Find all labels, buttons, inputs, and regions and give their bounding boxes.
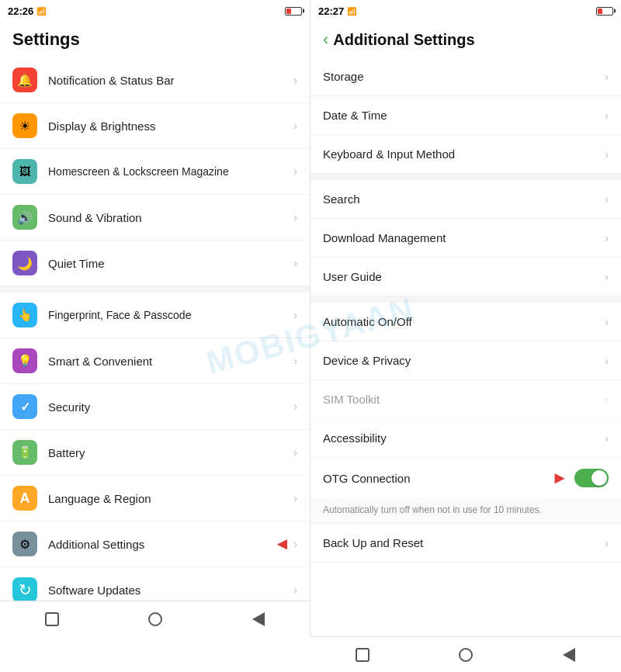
left-status-bar: 22:26 📶 bbox=[0, 0, 310, 22]
left-settings-list: 🔔 Notification & Status Bar › ☀ Display … bbox=[0, 57, 310, 601]
sound-icon: 🔊 bbox=[12, 205, 37, 230]
app-wrapper: 22:26 📶 Settings 🔔 N bbox=[0, 0, 621, 672]
left-nav-circle[interactable] bbox=[146, 610, 165, 629]
homescreen-icon: 🖼 bbox=[12, 159, 37, 184]
left-nav-bar bbox=[0, 601, 310, 636]
settings-item-otg[interactable]: OTG Connection ► bbox=[310, 458, 621, 498]
language-icon: A bbox=[12, 486, 37, 511]
red-arrow-left: ◄ bbox=[274, 534, 291, 554]
right-header-title: Additional Settings bbox=[333, 31, 474, 49]
homescreen-label: Homescreen & Lockscreen Magazine bbox=[48, 165, 293, 178]
accessibility-chevron: › bbox=[605, 432, 609, 445]
left-signal-icon: 📶 bbox=[36, 7, 46, 16]
settings-item-notification[interactable]: 🔔 Notification & Status Bar › bbox=[0, 57, 310, 103]
right-nav-triangle-shape bbox=[563, 648, 575, 662]
settings-item-security[interactable]: ✓ Security › bbox=[0, 384, 310, 430]
right-nav-circle-shape bbox=[459, 648, 473, 662]
settings-item-keyboard[interactable]: Keyboard & Input Method › bbox=[310, 135, 621, 174]
left-nav-triangle[interactable] bbox=[249, 610, 268, 629]
left-header-title: Settings bbox=[12, 29, 80, 49]
keyboard-label: Keyboard & Input Method bbox=[323, 147, 605, 161]
keyboard-chevron: › bbox=[605, 148, 609, 161]
software-label: Software Updates bbox=[48, 584, 293, 597]
settings-item-quiettime[interactable]: 🌙 Quiet Time › bbox=[0, 241, 310, 286]
right-nav-circle[interactable] bbox=[456, 646, 475, 664]
sound-label: Sound & Vibration bbox=[48, 211, 293, 224]
language-chevron: › bbox=[293, 492, 297, 504]
backup-chevron: › bbox=[605, 537, 609, 549]
deviceprivacy-chevron: › bbox=[605, 355, 609, 367]
back-chevron-icon[interactable]: ‹ bbox=[323, 29, 328, 50]
settings-item-datetime[interactable]: Date & Time › bbox=[310, 96, 621, 135]
left-divider-1 bbox=[0, 286, 310, 293]
settings-item-smart[interactable]: 💡 Smart & Convenient › bbox=[0, 338, 310, 384]
software-chevron: › bbox=[293, 584, 297, 596]
security-icon: ✓ bbox=[12, 394, 37, 419]
sound-chevron: › bbox=[293, 211, 297, 223]
right-divider-2 bbox=[310, 296, 621, 303]
smart-chevron: › bbox=[293, 355, 297, 367]
smart-icon: 💡 bbox=[12, 348, 37, 373]
right-nav-triangle[interactable] bbox=[560, 646, 578, 664]
settings-item-search[interactable]: Search › bbox=[310, 180, 621, 219]
right-battery-icon bbox=[596, 7, 613, 16]
left-nav-square[interactable] bbox=[43, 610, 61, 629]
settings-item-fingerprint[interactable]: 👆 Fingerprint, Face & Passcode › bbox=[0, 293, 310, 338]
display-label: Display & Brightness bbox=[48, 120, 293, 133]
settings-item-accessibility[interactable]: Accessibility › bbox=[310, 419, 621, 458]
settings-item-homescreen[interactable]: 🖼 Homescreen & Lockscreen Magazine › bbox=[0, 149, 310, 195]
settings-item-userguide[interactable]: User Guide › bbox=[310, 258, 621, 296]
security-label: Security bbox=[48, 400, 293, 414]
main-content: 22:26 📶 Settings 🔔 N bbox=[0, 0, 621, 672]
left-nav-triangle-shape bbox=[252, 612, 265, 626]
otg-toggle[interactable] bbox=[574, 469, 609, 487]
autoonoff-chevron: › bbox=[605, 316, 609, 328]
quiettime-icon: 🌙 bbox=[12, 251, 37, 275]
right-settings-list: Storage › Date & Time › Keyboard & Input… bbox=[310, 57, 621, 636]
right-screen: 22:27 📶 ‹ Additional Settings Storage bbox=[310, 0, 621, 672]
right-divider-1 bbox=[310, 174, 621, 180]
right-header: ‹ Additional Settings bbox=[310, 22, 621, 57]
right-status-bar: 22:27 📶 bbox=[310, 0, 621, 22]
settings-item-battery[interactable]: 🔋 Battery › bbox=[0, 430, 310, 476]
simtoolkit-chevron: › bbox=[605, 393, 609, 406]
right-time: 22:27 bbox=[318, 5, 344, 17]
additional-icon: ⚙ bbox=[12, 532, 37, 556]
settings-item-storage[interactable]: Storage › bbox=[310, 57, 621, 96]
search-label: Search bbox=[323, 192, 605, 206]
notification-icon: 🔔 bbox=[12, 68, 37, 92]
left-nav-square-shape bbox=[45, 612, 59, 626]
download-chevron: › bbox=[605, 232, 609, 244]
additional-chevron: › bbox=[293, 538, 297, 550]
datetime-label: Date & Time bbox=[323, 109, 605, 122]
battery-icon-item: 🔋 bbox=[12, 440, 37, 465]
right-nav-square[interactable] bbox=[353, 646, 372, 664]
additional-label: Additional Settings bbox=[48, 538, 274, 551]
settings-item-autoonoff[interactable]: Automatic On/Off › bbox=[310, 303, 621, 341]
storage-label: Storage bbox=[323, 70, 605, 83]
security-chevron: › bbox=[293, 400, 297, 413]
settings-item-deviceprivacy[interactable]: Device & Privacy › bbox=[310, 341, 621, 380]
settings-item-display[interactable]: ☀ Display & Brightness › bbox=[0, 103, 310, 149]
fingerprint-label: Fingerprint, Face & Passcode bbox=[48, 309, 293, 321]
left-battery-fill bbox=[286, 9, 291, 14]
notification-chevron: › bbox=[293, 74, 297, 86]
autoonoff-label: Automatic On/Off bbox=[323, 315, 605, 328]
settings-item-language[interactable]: A Language & Region › bbox=[0, 476, 310, 521]
settings-item-backup[interactable]: Back Up and Reset › bbox=[310, 524, 621, 563]
settings-item-additional[interactable]: ⚙ Additional Settings ◄ › bbox=[0, 521, 310, 567]
otg-label: OTG Connection bbox=[323, 472, 551, 485]
quiettime-label: Quiet Time bbox=[48, 257, 293, 270]
smart-label: Smart & Convenient bbox=[48, 355, 293, 368]
search-chevron: › bbox=[605, 193, 609, 206]
settings-item-software[interactable]: ↻ Software Updates › bbox=[0, 567, 310, 601]
software-icon: ↻ bbox=[12, 577, 37, 601]
settings-item-download[interactable]: Download Management › bbox=[310, 219, 621, 258]
userguide-label: User Guide bbox=[323, 270, 605, 283]
datetime-chevron: › bbox=[605, 109, 609, 122]
settings-item-simtoolkit[interactable]: SIM Toolkit › bbox=[310, 380, 621, 419]
battery-label: Battery bbox=[48, 446, 293, 459]
settings-item-sound[interactable]: 🔊 Sound & Vibration › bbox=[0, 195, 310, 241]
left-time: 22:26 bbox=[8, 5, 33, 17]
right-status-left: 22:27 📶 bbox=[318, 5, 356, 17]
